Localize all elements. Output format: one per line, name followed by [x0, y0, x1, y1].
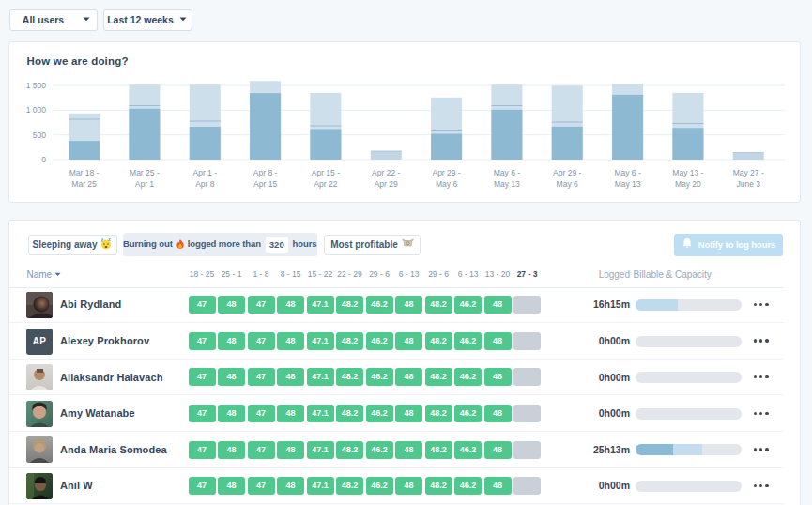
svg-text:May 13 -: May 13 -: [672, 167, 703, 176]
svg-text:Apr 1: Apr 1: [134, 179, 154, 189]
svg-text:Mar 25 -: Mar 25 -: [130, 167, 160, 176]
svg-text:Apr 1 -: Apr 1 -: [192, 167, 217, 176]
svg-text:Apr 15: Apr 15: [253, 179, 277, 189]
svg-text:Apr 29 -: Apr 29 -: [553, 167, 581, 176]
svg-text:500: 500: [32, 130, 45, 139]
svg-text:May 13: May 13: [493, 179, 519, 189]
svg-text:Apr 29 -: Apr 29 -: [432, 167, 460, 176]
svg-text:May 13: May 13: [614, 179, 640, 189]
svg-text:1 500: 1 500: [25, 81, 46, 90]
svg-text:Apr 29: Apr 29: [374, 179, 397, 189]
svg-text:May 6 -: May 6 -: [614, 167, 641, 176]
svg-text:May 6 -: May 6 -: [493, 167, 520, 176]
svg-text:May 6: May 6: [436, 179, 457, 189]
svg-text:May 6: May 6: [556, 179, 577, 189]
svg-text:June 3: June 3: [736, 179, 760, 189]
svg-text:Apr 8 -: Apr 8 -: [253, 167, 277, 176]
svg-text:Apr 15 -: Apr 15 -: [311, 167, 339, 176]
svg-text:Apr 22: Apr 22: [314, 179, 337, 189]
svg-text:Mar 25: Mar 25: [71, 179, 97, 189]
svg-text:Apr 22 -: Apr 22 -: [372, 167, 400, 176]
svg-text:Mar 18 -: Mar 18 -: [69, 167, 99, 176]
svg-text:May 27 -: May 27 -: [732, 167, 763, 176]
svg-text:May 20: May 20: [674, 179, 700, 189]
svg-text:1 000: 1 000: [25, 105, 46, 115]
svg-text:Apr 8: Apr 8: [195, 179, 215, 189]
svg-text:0: 0: [41, 155, 46, 164]
